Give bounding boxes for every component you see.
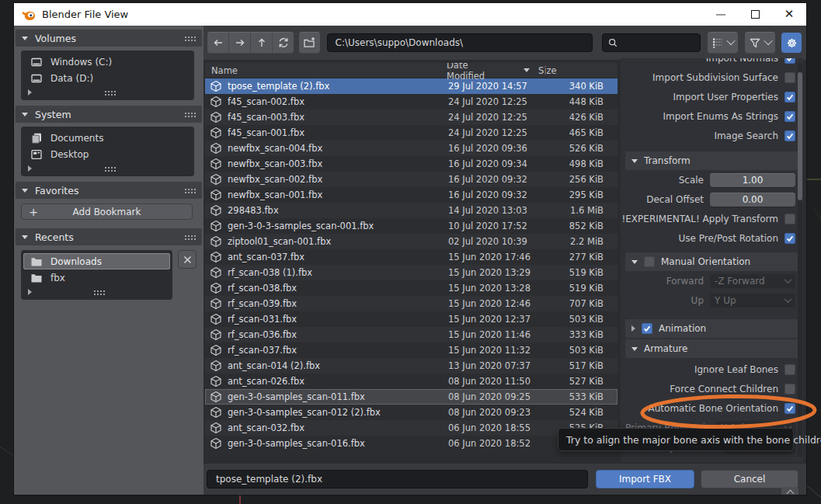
expand-region-button[interactable] — [781, 487, 798, 495]
mesh-cube-icon — [210, 360, 222, 372]
checkbox[interactable] — [784, 111, 795, 122]
table-row[interactable]: rf_scan-039.fbx15 Jun 2020 12:46707 KiB — [205, 296, 617, 311]
expand-triangle-icon — [28, 89, 32, 96]
table-row[interactable]: ant_scan-026.fbx08 Jun 2020 11:50527 KiB — [205, 374, 617, 389]
table-row[interactable]: newfbx_scan-003.fbx16 Jul 2020 09:34498 … — [205, 156, 617, 172]
filter-button[interactable] — [745, 32, 775, 54]
table-row[interactable]: rf_scan-036.fbx15 Jun 2020 11:46333 KiB — [205, 327, 617, 342]
recent-item[interactable]: Downloads — [23, 253, 170, 269]
checkbox[interactable] — [784, 130, 795, 141]
search-field[interactable] — [602, 33, 701, 52]
volumes-items: Windows (C:)Data (D:) — [21, 54, 194, 86]
panel-header-armature[interactable]: Armature — [625, 339, 800, 358]
file-size: 498 KiB — [548, 158, 604, 169]
table-row[interactable]: gen-3-0-samples_scan-011.fbx08 Jun 2020 … — [205, 389, 617, 405]
back-button[interactable] — [207, 32, 229, 54]
table-row[interactable]: gen-3-0-3-samples_scan-001.fbx10 Jul 202… — [205, 218, 617, 234]
forward-button[interactable] — [229, 32, 251, 54]
import-fbx-button[interactable]: Import FBX — [596, 470, 694, 488]
table-row[interactable]: ant_scan-037.fbx15 Jun 2020 17:46277 KiB — [205, 249, 617, 265]
system-item[interactable]: Desktop — [23, 146, 192, 162]
close-button[interactable]: ✕ — [772, 3, 806, 26]
section-header-recents[interactable]: Recents — [16, 228, 202, 245]
table-row[interactable]: ant_scan-032.fbx06 Jun 2020 18:55525 KiB — [205, 420, 617, 436]
checkbox[interactable] — [784, 384, 795, 395]
scrollbar-track[interactable] — [798, 63, 802, 457]
cancel-button[interactable]: Cancel — [701, 470, 798, 488]
mesh-cube-icon — [210, 266, 222, 279]
search-input[interactable] — [622, 36, 696, 49]
section-header-system[interactable]: System — [16, 106, 202, 123]
panel-header-manual-orientation[interactable]: Manual Orientation — [625, 252, 800, 271]
checkbox[interactable] — [642, 323, 652, 334]
table-row[interactable]: tpose_template (2).fbx29 Jul 2020 14:573… — [205, 78, 617, 94]
table-row[interactable]: ziptool01_scan-001.fbx02 Jul 2020 10:392… — [205, 234, 617, 249]
column-header-size[interactable]: Size — [530, 65, 557, 76]
file-date-modified: 08 Jun 2020 09:25 — [448, 391, 548, 402]
filename-field[interactable] — [207, 470, 588, 488]
table-row[interactable]: ant_scan-014 (2).fbx13 Jun 2020 07:37517… — [205, 358, 617, 374]
system-item[interactable]: Documents — [23, 130, 192, 146]
table-row[interactable]: gen-3-0-samples_scan-012 (2).fbx08 Jun 2… — [205, 405, 617, 420]
checkbox[interactable] — [784, 58, 795, 64]
system-expander[interactable] — [21, 162, 194, 175]
scrollbar-handle[interactable] — [798, 72, 802, 200]
collapse-triangle-icon — [631, 159, 638, 163]
display-mode-button[interactable] — [708, 32, 738, 54]
panel-header-label: Animation — [659, 323, 706, 334]
remove-recent-button[interactable] — [178, 250, 197, 269]
checkbox[interactable] — [784, 233, 795, 244]
file-size: 426 KiB — [548, 112, 604, 123]
recent-item[interactable]: fbx — [23, 269, 170, 286]
checkbox[interactable] — [784, 214, 795, 224]
refresh-button[interactable] — [273, 32, 294, 54]
table-row[interactable]: rf_scan-031.fbx15 Jun 2020 12:37503 KiB — [205, 311, 617, 327]
file-list-header: Name Date Modified Size — [205, 63, 617, 78]
column-header-date-modified[interactable]: Date Modified — [444, 63, 530, 82]
table-row[interactable]: rf_scan-037.fbx15 Jun 2020 11:32503 KiB — [205, 342, 617, 358]
table-row[interactable]: 298483.fbx14 Jul 2020 13:031.6 MiB — [205, 203, 617, 218]
add-bookmark-button[interactable]: + Add Bookmark — [21, 203, 193, 220]
checkbox[interactable] — [784, 403, 795, 414]
close-icon — [183, 255, 192, 264]
option-row: Scale1.00 — [625, 170, 800, 189]
table-row[interactable]: newfbx_scan-001.fbx16 Jul 2020 09:32295 … — [205, 187, 617, 203]
value-slider[interactable]: 1.00 — [710, 173, 795, 187]
checkbox[interactable] — [784, 364, 795, 375]
minimize-button[interactable] — [704, 3, 738, 26]
panel-header-transform[interactable]: Transform — [625, 151, 800, 170]
recents-expander[interactable] — [21, 286, 172, 298]
table-row[interactable]: newfbx_scan-002.fbx16 Jul 2020 09:32256 … — [205, 172, 617, 187]
table-row[interactable]: f45_scan-002.fbx24 Jul 2020 12:25448 KiB — [205, 94, 617, 109]
section-header-volumes[interactable]: Volumes — [16, 30, 202, 47]
column-header-name[interactable]: Name — [205, 65, 444, 76]
table-row[interactable]: rf_scan-038 (1).fbx15 Jun 2020 13:29519 … — [205, 265, 617, 280]
option-row: Import Normals — [625, 58, 800, 68]
add-bookmark-label: Add Bookmark — [45, 207, 169, 217]
filename-input[interactable] — [214, 473, 580, 485]
table-row[interactable]: gen-3-0-samples_scan-016.fbx06 Jun 2020 … — [205, 436, 617, 451]
checkbox[interactable] — [784, 72, 795, 83]
section-header-favorites[interactable]: Favorites — [16, 182, 202, 199]
file-size: 2.2 MiB — [548, 236, 604, 247]
option-row: Force Connect Children — [625, 379, 800, 398]
checkbox[interactable] — [644, 256, 655, 267]
path-field[interactable] — [327, 33, 593, 52]
mesh-cube-icon — [210, 375, 222, 388]
volume-item[interactable]: Data (D:) — [23, 70, 192, 86]
volume-item[interactable]: Windows (C:) — [23, 54, 192, 70]
table-row[interactable]: f45_scan-001.fbx24 Jul 2020 12:25465 KiB — [205, 125, 617, 141]
panel-header-animation[interactable]: Animation — [625, 319, 800, 338]
volumes-expander[interactable] — [21, 86, 194, 99]
table-row[interactable]: newfbx_scan-004.fbx16 Jul 2020 09:36526 … — [205, 141, 617, 156]
checkbox[interactable] — [784, 92, 795, 103]
maximize-button[interactable] — [738, 3, 772, 26]
options-toggle-button[interactable] — [781, 33, 802, 53]
up-directory-button[interactable] — [251, 32, 273, 54]
new-folder-button[interactable] — [299, 32, 320, 54]
file-size: 333 KiB — [548, 329, 604, 340]
table-row[interactable]: f45_scan-003.fbx24 Jul 2020 12:25426 KiB — [205, 109, 617, 125]
path-input[interactable] — [334, 36, 586, 49]
table-row[interactable]: rf_scan-038.fbx15 Jun 2020 13:28519 KiB — [205, 280, 617, 296]
value-slider[interactable]: 0.00 — [710, 193, 795, 207]
